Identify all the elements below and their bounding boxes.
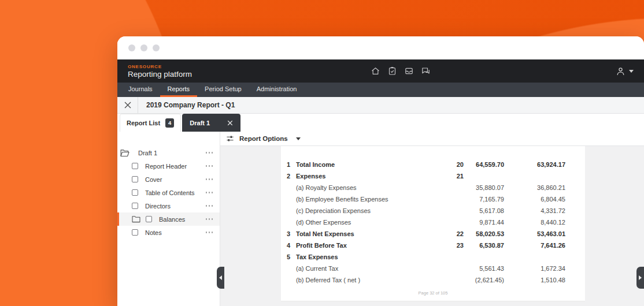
window-dot xyxy=(153,44,160,51)
tree-root-draft-1[interactable]: Draft 1 xyxy=(117,146,220,159)
folder-icon xyxy=(132,215,140,223)
page-number: Page 32 of 105 xyxy=(281,290,585,296)
row-label: (b) Employee Benefits Expenses xyxy=(296,196,443,203)
nav-item-period-setup[interactable]: Period Setup xyxy=(197,83,249,97)
chevron-down-icon xyxy=(296,137,301,140)
tab-close-button[interactable] xyxy=(227,120,233,126)
row-code: 21 xyxy=(443,173,464,180)
chevron-left-icon xyxy=(219,275,222,280)
row-amount-prior: 4,331.72 xyxy=(504,207,565,214)
row-code: 20 xyxy=(443,161,464,168)
report-title-bar: 2019 Company Report - Q1 xyxy=(117,97,644,114)
row-amount-current: (2,621.45) xyxy=(464,277,504,283)
inbox-icon[interactable] xyxy=(404,66,413,76)
more-options-icon[interactable] xyxy=(206,189,213,196)
more-options-icon[interactable] xyxy=(206,176,213,182)
folder-open-icon xyxy=(120,149,129,157)
tab-label: Draft 1 xyxy=(190,120,210,126)
report-table-row: (a) Royalty Expenses 35,880.07 36,860.21 xyxy=(281,182,585,193)
header-icon-group xyxy=(371,66,430,76)
window-dot xyxy=(128,44,135,51)
app-header: ONESOURCE Reporting platform xyxy=(117,59,644,83)
nav-item-journals[interactable]: Journals xyxy=(121,83,160,97)
report-page: 1 Total Income 20 64,559.70 63,924.17 2 … xyxy=(281,146,585,301)
main-area: Draft 1 Report Header Cover Table of Con… xyxy=(117,132,644,306)
nav-item-reports[interactable]: Reports xyxy=(160,83,198,97)
row-amount-prior: 53,463.01 xyxy=(504,230,565,237)
row-amount-current: 5,617.08 xyxy=(464,207,504,214)
tasks-icon[interactable] xyxy=(387,66,397,76)
sidebar-tree-item[interactable]: Report Header xyxy=(117,159,220,173)
report-count-badge: 4 xyxy=(165,118,174,128)
item-checkbox[interactable] xyxy=(132,176,138,182)
sidebar-tree-item[interactable]: Directors xyxy=(117,199,220,212)
brand-block: ONESOURCE Reporting platform xyxy=(128,64,192,79)
item-checkbox[interactable] xyxy=(132,203,138,209)
tab-draft-1[interactable]: Draft 1 xyxy=(182,114,240,132)
tree-item-label: Table of Contents xyxy=(145,189,195,196)
tree-item-label: Directors xyxy=(145,203,171,210)
close-report-button[interactable] xyxy=(117,97,138,113)
row-label: (c) Depreciation Expenses xyxy=(296,207,443,214)
tree-item-label: Notes xyxy=(145,229,162,236)
row-number: 1 xyxy=(283,161,290,168)
more-options-icon[interactable] xyxy=(206,150,213,156)
row-amount-prior: 7,641.26 xyxy=(504,242,565,249)
row-label: Tax Expenses xyxy=(296,253,443,260)
more-options-icon[interactable] xyxy=(206,163,213,169)
main-navigation: Journals Reports Period Setup Administra… xyxy=(117,83,644,97)
row-label: (d) Other Expenses xyxy=(296,219,443,226)
more-options-icon[interactable] xyxy=(206,229,213,236)
brand-name: ONESOURCE xyxy=(128,64,192,69)
user-menu[interactable] xyxy=(616,66,634,76)
sidebar-tree-item[interactable]: Table of Contents xyxy=(117,186,220,199)
row-label: (a) Royalty Expenses xyxy=(296,184,443,191)
window-titlebar xyxy=(117,36,644,59)
report-table-row: (b) Employee Benefits Expenses 7,165.79 … xyxy=(281,193,585,205)
row-label: Expenses xyxy=(296,173,443,180)
row-number: 5 xyxy=(283,253,290,260)
row-amount-prior: 6,804.45 xyxy=(504,196,565,203)
more-options-icon[interactable] xyxy=(206,203,213,209)
tree-item-label: Balances xyxy=(159,216,185,223)
item-checkbox[interactable] xyxy=(132,229,138,236)
row-label: Profit Before Tax xyxy=(296,242,443,249)
page-viewport: 1 Total Income 20 64,559.70 63,924.17 2 … xyxy=(220,146,644,306)
row-code: 22 xyxy=(443,230,464,237)
row-number: 4 xyxy=(283,242,290,249)
collapse-sidebar-handle[interactable] xyxy=(217,267,224,289)
chat-icon[interactable] xyxy=(421,66,430,76)
tree-root-label: Draft 1 xyxy=(138,150,157,156)
home-icon[interactable] xyxy=(371,66,380,76)
row-amount-prior: 63,924.17 xyxy=(504,161,565,168)
item-checkbox[interactable] xyxy=(146,216,152,222)
nav-item-administration[interactable]: Administration xyxy=(249,83,305,97)
row-label: Total Income xyxy=(296,161,443,168)
sidebar-tree-item[interactable]: Notes xyxy=(117,226,220,239)
expand-panel-handle[interactable] xyxy=(636,267,644,289)
row-amount-current: 35,880.07 xyxy=(464,184,504,191)
close-icon xyxy=(227,120,233,126)
row-amount-prior: 8,440.12 xyxy=(504,219,565,226)
row-amount-current: 64,559.70 xyxy=(464,161,504,168)
window-dot xyxy=(140,44,147,51)
chevron-down-icon xyxy=(629,70,634,73)
row-amount-prior: 1,510.48 xyxy=(504,277,565,283)
item-checkbox[interactable] xyxy=(132,189,138,196)
user-icon xyxy=(616,66,626,76)
row-code: 23 xyxy=(443,242,464,249)
sidebar-tree-item[interactable]: Balances xyxy=(117,212,220,226)
report-options-dropdown[interactable]: Report Options xyxy=(220,132,644,146)
row-number: 2 xyxy=(283,173,290,180)
row-amount-current: 6,530.87 xyxy=(464,242,504,249)
row-amount-current: 9,871.44 xyxy=(464,219,504,226)
tab-label: Report List xyxy=(127,120,160,126)
sidebar-tree-item[interactable]: Cover xyxy=(117,173,220,186)
report-content-area: Report Options 1 Total Income 20 64,559.… xyxy=(220,132,644,306)
tree-item-label: Cover xyxy=(145,176,162,183)
report-title: 2019 Company Report - Q1 xyxy=(138,101,235,109)
more-options-icon[interactable] xyxy=(206,216,213,222)
item-checkbox[interactable] xyxy=(132,163,138,169)
close-icon xyxy=(124,101,132,109)
tab-report-list[interactable]: Report List 4 xyxy=(120,114,181,132)
